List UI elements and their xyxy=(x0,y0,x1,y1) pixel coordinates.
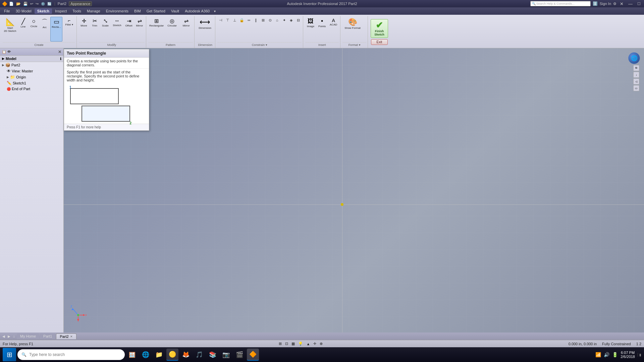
trim-btn[interactable]: ✂ Trim xyxy=(90,17,100,42)
help-search-box[interactable]: 🔍 Search Help & Commands... xyxy=(530,1,591,6)
menu-vault[interactable]: Vault xyxy=(168,8,182,14)
appearance-dropdown[interactable]: Appearance xyxy=(69,1,92,6)
constrain-c8[interactable]: ⊙ xyxy=(267,17,273,23)
rectangular-btn[interactable]: ⊞ Rectangular xyxy=(148,17,165,42)
offset-btn[interactable]: ⇥ Offset xyxy=(124,17,134,42)
ribbon-collapse-btn[interactable]: ▾ xyxy=(214,9,216,13)
taskbar-app-camera[interactable]: 📷 xyxy=(220,349,232,361)
constrain-c3[interactable]: ⊥ xyxy=(231,17,238,23)
menu-getstarted[interactable]: Get Started xyxy=(144,8,168,14)
constrain-c11[interactable]: ◈ xyxy=(288,17,294,23)
close-btn[interactable]: ✕ xyxy=(619,1,625,6)
nav-btn-4[interactable]: 💡 xyxy=(297,342,304,346)
ribbon-group-format-label[interactable]: Format ▾ xyxy=(342,42,366,47)
finish-sketch-btn[interactable]: ✔ FinishSketch xyxy=(371,19,388,38)
tree-item-part2[interactable]: ▶ 📦 Part2 xyxy=(0,62,63,68)
nav-btn-3[interactable]: ▦ xyxy=(290,342,296,346)
menu-a360[interactable]: Autodesk A360 xyxy=(182,8,212,14)
constrain-c2[interactable]: ⊤ xyxy=(224,17,231,23)
tray-icon-battery[interactable]: 🔋 xyxy=(612,352,618,357)
tree-item-sketch1[interactable]: ✏️ Sketch1 xyxy=(0,80,63,86)
constrain-c1[interactable]: ⊣ xyxy=(217,17,224,23)
image-btn[interactable]: 🖼 Image xyxy=(305,17,316,29)
model-info-icon[interactable]: ℹ xyxy=(60,57,61,61)
circle-btn[interactable]: ○ Circle xyxy=(29,17,39,42)
tray-icon-volume[interactable]: 🔊 xyxy=(604,352,609,357)
move-btn[interactable]: ✛ Move xyxy=(79,17,89,42)
sidebar-icon-view[interactable]: 👁 xyxy=(7,50,11,54)
qa-btn-undo[interactable]: ↩ xyxy=(30,2,34,6)
menu-file[interactable]: File xyxy=(1,8,13,14)
taskbar-app-spotify[interactable]: 🎵 xyxy=(193,349,205,361)
nav-btn-5[interactable]: ▲ xyxy=(305,342,311,346)
tab-item-myhome[interactable]: My Home xyxy=(17,334,39,339)
right-panel-btn-4[interactable]: ▭ xyxy=(633,85,639,91)
qa-btn-misc[interactable]: ⚙️ xyxy=(40,2,46,6)
constrain-c12[interactable]: ⊟ xyxy=(295,17,302,23)
tab-item-part2[interactable]: Part2 ✕ xyxy=(56,334,76,339)
constrain-c4[interactable]: 🔒 xyxy=(238,17,245,23)
taskbar-app-netflix[interactable]: 🎬 xyxy=(233,349,246,361)
stretch-btn[interactable]: ↔ Stretch xyxy=(111,17,123,42)
menu-inspect[interactable]: Inspect xyxy=(52,8,69,14)
constrain-c7[interactable]: ⊞ xyxy=(260,17,266,23)
tree-item-viewmaster[interactable]: 👁 View: Master xyxy=(0,68,63,74)
arc-btn[interactable]: ⌒ Arc xyxy=(40,17,50,42)
settings-icon[interactable]: ⚙ xyxy=(613,2,616,6)
mirror-btn[interactable]: ⇌ Mirror xyxy=(135,17,145,42)
menu-tools[interactable]: Tools xyxy=(70,8,84,14)
dimension-btn[interactable]: ⟷ Dimension xyxy=(197,17,213,31)
tab-item-part1[interactable]: Part1 xyxy=(40,334,55,339)
qa-btn-open[interactable]: 📂 xyxy=(15,2,21,6)
taskbar-app-browser[interactable]: 🌐 xyxy=(140,349,152,361)
menu-sketch[interactable]: Sketch xyxy=(35,8,52,14)
sign-in-btn[interactable]: Sign In xyxy=(600,2,611,6)
show-format-btn[interactable]: 🎨 Show Format xyxy=(342,17,363,31)
inventor-globe[interactable]: 🌐 xyxy=(628,52,640,64)
sidebar-icon-model[interactable]: 📋 xyxy=(2,50,6,54)
tab-part2-close[interactable]: ✕ xyxy=(70,335,73,338)
maximize-btn[interactable]: ☐ xyxy=(636,2,642,6)
nav-btn-2[interactable]: ⊡ xyxy=(284,342,289,346)
points-btn[interactable]: • Points xyxy=(317,17,327,29)
constrain-c10[interactable]: ✦ xyxy=(281,17,287,23)
right-panel-btn-2[interactable]: ↓ xyxy=(633,72,639,78)
taskbar-app-library[interactable]: 📚 xyxy=(207,349,219,361)
model-panel-header[interactable]: ▶ Model ℹ xyxy=(0,56,63,62)
info-icon[interactable]: ℹ️ xyxy=(593,1,598,6)
tray-icon-network[interactable]: 📶 xyxy=(595,352,601,357)
fillet-btn[interactable]: ⌐ Fillet ▾ xyxy=(63,17,75,42)
ribbon-group-constrain-label[interactable]: Constrain ▾ xyxy=(217,42,302,47)
scale-btn[interactable]: ⤡ Scale xyxy=(100,17,110,42)
menu-environments[interactable]: Environments xyxy=(103,8,131,14)
constrain-c6[interactable]: ∥ xyxy=(253,17,259,23)
tree-item-origin[interactable]: ▶ 📁 Origin xyxy=(0,74,63,80)
taskbar-app-app1[interactable]: 🟡 xyxy=(166,349,178,361)
taskbar-search-input[interactable] xyxy=(29,352,121,357)
qa-btn-new[interactable]: 📄 xyxy=(8,2,14,6)
qa-btn-misc2[interactable]: 🔄 xyxy=(47,2,52,6)
mirror-pattern-btn[interactable]: ⇌ Mirror xyxy=(179,17,193,42)
taskbar-search[interactable]: 🔍 xyxy=(17,349,125,360)
start-2d-sketch-btn[interactable]: 📐 Start2D Sketch xyxy=(3,17,17,42)
exit-btn[interactable]: Exit xyxy=(371,39,388,45)
tab-nav-left[interactable]: ◀ xyxy=(1,334,6,339)
tree-item-endofpart[interactable]: 🔴 End of Part xyxy=(0,86,63,92)
tab-nav-home[interactable]: ⌂ xyxy=(12,334,16,339)
taskbar-app-inventor[interactable]: 🔶 xyxy=(247,349,259,361)
tab-nav-right[interactable]: ▶ xyxy=(7,334,11,339)
taskbar-app-explorer[interactable]: 📁 xyxy=(153,349,165,361)
menu-bim[interactable]: BIM xyxy=(131,8,144,14)
menu-3dmodel[interactable]: 3D Model xyxy=(13,8,34,14)
right-panel-btn-1[interactable]: ⧉ xyxy=(633,65,639,71)
line-btn[interactable]: ╱ Line xyxy=(18,17,28,42)
minimize-btn[interactable]: — xyxy=(627,1,634,6)
circular-btn[interactable]: ◎ Circular xyxy=(165,17,179,42)
task-view-btn[interactable]: 🪟 xyxy=(126,349,138,361)
show-desktop-btn[interactable]: ▮ xyxy=(638,353,641,357)
qa-btn-save[interactable]: 💾 xyxy=(22,2,29,6)
sidebar-close-btn[interactable]: ✕ xyxy=(58,50,61,54)
constrain-c9[interactable]: ⌂ xyxy=(274,17,280,23)
start-button[interactable]: ⊞ xyxy=(3,348,16,361)
rectangle-btn[interactable]: ▭ Recta... xyxy=(50,17,62,42)
